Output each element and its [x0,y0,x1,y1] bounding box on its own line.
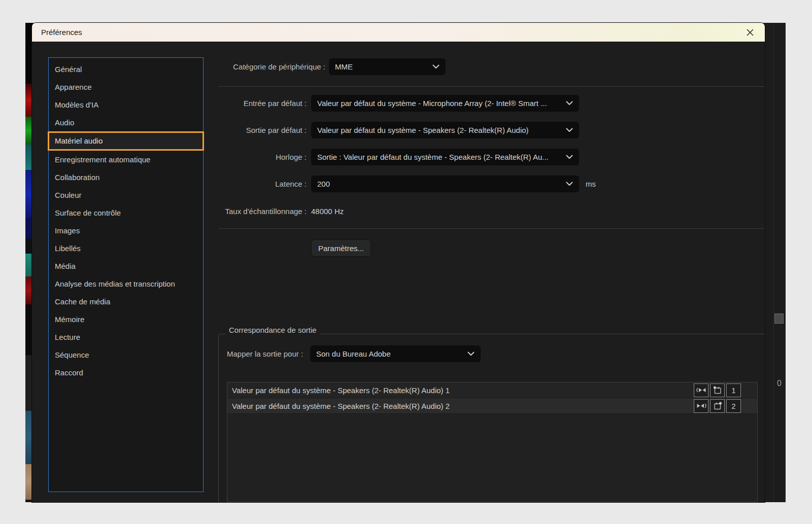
chevron-down-icon [566,155,573,159]
sidebar-item-audio[interactable]: Audio [49,114,203,131]
channel-device-label: Valeur par défaut du système - Speakers … [232,386,692,395]
section-divider [218,228,765,229]
clip-thumbnail-strip [25,23,32,502]
map-output-value: Son du Bureau Adobe [316,350,462,358]
text-fragment: 0 [777,379,782,388]
clock-select[interactable]: Sortie : Valeur par défaut du système - … [311,149,579,165]
clock-value: Sortie : Valeur par défaut du système - … [317,153,561,161]
default-input-row: Entrée par défaut : Valeur par défaut du… [218,95,579,112]
sidebar-item-enregistrement-automatique[interactable]: Enregistrement automatique [49,151,203,168]
sidebar-item-cache-de-media[interactable]: Cache de média [49,293,203,310]
speaker-left-channel-button[interactable] [694,383,708,397]
sidebar-item-sequence[interactable]: Séquence [49,346,203,364]
icon-fragment [774,313,784,324]
speaker-right-channel-button[interactable] [694,399,708,413]
default-output-row: Sortie par défaut : Valeur par défaut du… [218,122,579,138]
sidebar-item-modeles-ia[interactable]: Modèles d'IA [49,96,203,114]
speaker-position-top-left-icon [713,386,723,395]
default-input-value: Valeur par défaut du système - Microphon… [317,99,561,108]
device-class-select[interactable]: MME [329,58,446,75]
close-icon [746,28,755,37]
sidebar-item-collaboration[interactable]: Collaboration [49,168,203,186]
preferences-category-list: Général Apparence Modèles d'IA Audio Mat… [48,57,204,492]
sidebar-item-surface-de-controle[interactable]: Surface de contrôle [49,204,203,222]
default-output-value: Valeur par défaut du système - Speakers … [317,126,561,134]
map-output-label: Mapper la sortie pour : [227,350,310,358]
latency-unit: ms [586,180,596,188]
close-button[interactable] [745,27,756,38]
default-output-label: Sortie par défaut : [218,126,307,134]
sidebar-item-analyse-medias-transcription[interactable]: Analyse des médias et transcription [49,275,203,293]
channel-mapping-row-1[interactable]: Valeur par défaut du système - Speakers … [227,382,757,398]
default-input-label: Entrée par défaut : [218,99,307,108]
map-output-select[interactable]: Son du Bureau Adobe [310,345,481,362]
output-mapping-legend: Correspondance de sortie [225,326,320,335]
latency-select[interactable]: 200 [311,176,579,192]
channel-device-label: Valeur par défaut du système - Speakers … [232,402,692,410]
device-class-value: MME [335,62,427,71]
sidebar-item-lecture[interactable]: Lecture [49,328,203,346]
default-output-select[interactable]: Valeur par défaut du système - Speakers … [311,122,579,138]
latency-label: Latence : [218,180,307,188]
speaker-left-icon [696,387,707,394]
sidebar-item-images[interactable]: Images [49,222,203,239]
channel-mapping-list: Valeur par défaut du système - Speakers … [227,382,758,502]
default-input-select[interactable]: Valeur par défaut du système - Microphon… [311,95,579,112]
channel-number-box[interactable]: 1 [726,383,741,397]
dialog-title: Préférences [41,28,82,37]
speaker-position-button[interactable] [710,383,725,397]
clock-label: Horloge : [218,153,307,161]
preferences-dialog: Préférences Général Apparence Modèles d'… [32,23,765,502]
sample-rate-value: 48000 Hz [311,207,344,216]
panel-divider [773,23,774,502]
chevron-down-icon [566,128,573,132]
chevron-down-icon [432,64,439,69]
chevron-down-icon [467,352,475,356]
speaker-position-top-right-icon [713,401,723,411]
chevron-down-icon [566,101,573,106]
sidebar-item-couleur[interactable]: Couleur [49,186,203,204]
section-divider [218,86,765,87]
sidebar-item-raccord[interactable]: Raccord [49,364,203,381]
device-class-label: Catégorie de périphérique : [218,62,325,71]
chevron-down-icon [566,182,573,186]
sidebar-item-libelles[interactable]: Libellés [49,239,203,257]
channel-number-box[interactable]: 2 [726,399,741,413]
settings-button[interactable]: Paramètres... [311,240,371,257]
sidebar-item-general[interactable]: Général [49,60,203,78]
device-class-row: Catégorie de périphérique : MME [218,58,446,75]
map-output-row: Mapper la sortie pour : Son du Bureau Ad… [227,345,481,362]
dialog-titlebar: Préférences [32,23,765,42]
sidebar-item-apparence[interactable]: Apparence [49,78,203,96]
speaker-right-icon [696,402,707,409]
channel-mapping-row-2[interactable]: Valeur par défaut du système - Speakers … [227,398,757,414]
sidebar-item-materiel-audio[interactable]: Matériel audio [48,131,204,151]
screen: 0 Préférences Général Apparence Modèles … [0,0,812,524]
sample-rate-label: Taux d'échantillonnage : [218,207,307,216]
sidebar-item-media[interactable]: Média [49,257,203,275]
latency-row: Latence : 200 ms [218,176,596,192]
clock-row: Horloge : Sortie : Valeur par défaut du … [218,149,579,165]
speaker-position-button[interactable] [710,399,725,413]
latency-value: 200 [317,180,561,188]
sample-rate-row: Taux d'échantillonnage : 48000 Hz [218,203,344,220]
sidebar-item-memoire[interactable]: Mémoire [49,310,203,328]
